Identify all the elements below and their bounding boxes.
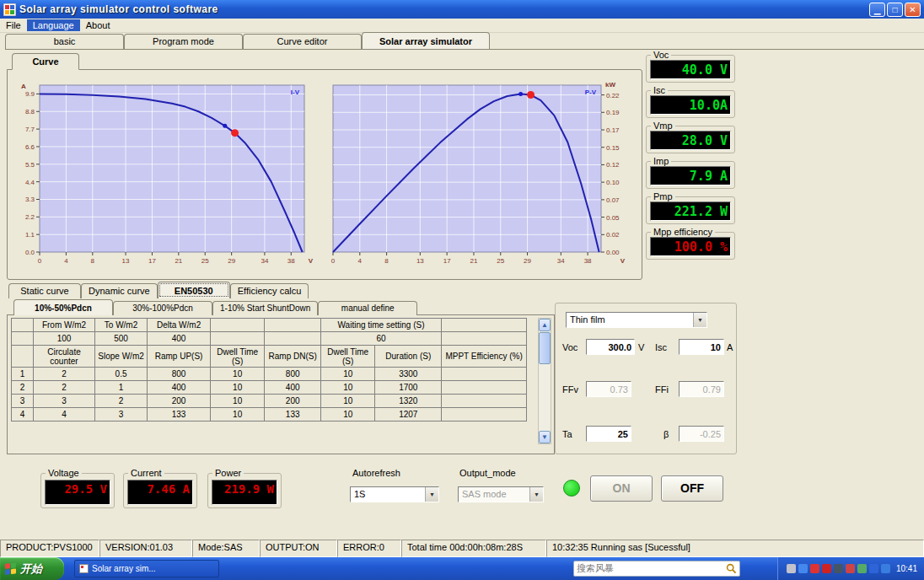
menu-bar: FileLanguageAbout xyxy=(0,19,924,33)
table-cell[interactable]: 200 xyxy=(265,395,321,408)
tab-curve[interactable]: Curve xyxy=(12,53,79,70)
innertab-1-10-start-shuntdown[interactable]: 1-10% Start ShuntDown xyxy=(212,301,318,315)
table-cell[interactable]: 2 xyxy=(34,368,95,381)
menu-item-about[interactable]: About xyxy=(80,19,116,31)
status-segment: Mode:SAS xyxy=(192,540,260,557)
table-cell[interactable]: 0.5 xyxy=(94,368,148,381)
table-cell[interactable] xyxy=(442,395,527,408)
tab-program-mode[interactable]: Program mode xyxy=(124,34,243,49)
scrollbar-thumb[interactable] xyxy=(539,332,551,364)
chevron-down-icon[interactable]: ▼ xyxy=(425,487,438,502)
taskbar-search-input[interactable]: 搜索风暴 xyxy=(573,561,740,577)
table-cell[interactable]: 400 xyxy=(148,381,211,395)
table-cell[interactable] xyxy=(442,408,527,422)
table-cell[interactable]: 10 xyxy=(210,368,265,381)
tab-basic[interactable]: basic xyxy=(5,34,124,49)
table-cell[interactable] xyxy=(265,332,321,346)
close-button[interactable]: ✕ xyxy=(905,3,921,17)
table-cell[interactable]: 3300 xyxy=(375,368,442,381)
table-cell[interactable]: 4 xyxy=(34,408,95,422)
table-cell[interactable]: 60 xyxy=(320,332,441,346)
table-cell[interactable]: 10 xyxy=(210,381,265,395)
start-button[interactable]: 开始 xyxy=(0,557,64,580)
table-cell[interactable]: 10 xyxy=(210,408,265,422)
windows-flag-icon xyxy=(5,562,17,575)
table-cell[interactable]: 133 xyxy=(148,408,211,422)
title-bar[interactable]: Solar array simulator control software ▁… xyxy=(0,0,924,19)
subtab-static-curve[interactable]: Static curve xyxy=(8,283,81,298)
table-row: 10050040060 xyxy=(12,332,527,346)
scroll-up-icon[interactable]: ▲ xyxy=(539,319,551,331)
meter-value: 7.46 A xyxy=(127,480,193,505)
readout-label: Imp xyxy=(651,156,671,166)
svg-text:0.05: 0.05 xyxy=(606,214,620,222)
table-cell[interactable] xyxy=(442,368,527,381)
module-type-select[interactable]: Thin film ▼ xyxy=(566,312,707,328)
chevron-down-icon[interactable]: ▼ xyxy=(693,313,706,327)
table-cell[interactable]: 800 xyxy=(148,368,211,381)
minimize-button[interactable]: ▁ xyxy=(869,3,885,17)
table-scrollbar[interactable]: ▲ ▼ xyxy=(538,318,551,444)
innertab-manual-define[interactable]: manual define xyxy=(318,301,417,315)
table-cell[interactable]: 1207 xyxy=(375,408,442,422)
table-cell[interactable] xyxy=(442,381,527,395)
table-cell[interactable]: 3 xyxy=(94,408,148,422)
tray-icon[interactable] xyxy=(798,564,808,573)
svg-text:P-V: P-V xyxy=(585,89,597,96)
scroll-down-icon[interactable]: ▼ xyxy=(539,431,551,443)
tray-icon[interactable] xyxy=(787,564,796,573)
tray-icon[interactable] xyxy=(881,564,890,573)
tray-icon[interactable] xyxy=(834,564,843,573)
meter-current: Current7.46 A xyxy=(123,473,197,508)
table-cell[interactable]: 10 xyxy=(320,408,375,422)
on-button[interactable]: ON xyxy=(590,475,653,502)
voc-input[interactable] xyxy=(586,339,635,355)
maximize-button[interactable]: □ xyxy=(887,3,903,17)
table-cell[interactable]: 10 xyxy=(320,395,375,408)
tray-icon[interactable] xyxy=(869,564,878,573)
svg-text:0.00: 0.00 xyxy=(606,249,620,256)
iv-chart: 04813172125293438V0.01.12.23.34.45.56.67… xyxy=(16,78,316,271)
table-cell[interactable]: 400 xyxy=(265,381,321,395)
table-cell[interactable]: 1320 xyxy=(375,395,442,408)
ta-input[interactable] xyxy=(586,426,631,442)
autorefresh-select[interactable]: 1S ▼ xyxy=(350,486,439,502)
subtab-efficiency-calcu[interactable]: Efficiency calcu xyxy=(230,283,309,298)
table-cell[interactable] xyxy=(210,332,265,346)
tray-icon[interactable] xyxy=(810,564,819,573)
table-cell[interactable]: 200 xyxy=(148,395,211,408)
readout-vmp: Vmp28.0 V xyxy=(646,126,735,153)
table-cell[interactable]: 133 xyxy=(265,408,321,422)
tray-icon[interactable] xyxy=(846,564,855,573)
subtab-en50530[interactable]: EN50530 xyxy=(158,282,230,298)
off-button[interactable]: OFF xyxy=(661,475,723,502)
innertab-30-100-pdcn[interactable]: 30%-100%Pdcn xyxy=(113,301,212,315)
table-cell[interactable]: 100 xyxy=(34,332,95,346)
table-cell[interactable]: 2 xyxy=(94,395,148,408)
table-cell[interactable]: 500 xyxy=(94,332,148,346)
subtab-dynamic-curve[interactable]: Dynamic curve xyxy=(81,283,158,298)
innertab-10-50-pdcn[interactable]: 10%-50%Pdcn xyxy=(13,299,113,315)
table-cell[interactable]: 400 xyxy=(148,332,211,346)
table-cell[interactable]: 10 xyxy=(320,381,375,395)
taskbar-task-solar-array[interactable]: Solar array sim... xyxy=(74,560,219,577)
isc-input[interactable] xyxy=(679,339,724,355)
table-cell[interactable]: 1 xyxy=(94,381,148,395)
tab-curve-editor[interactable]: Curve editor xyxy=(243,34,362,49)
tab-solar-array-simulator[interactable]: Solar array simulator xyxy=(362,32,490,49)
table-header-cell xyxy=(265,319,321,332)
tray-icon[interactable] xyxy=(822,564,831,573)
table-cell[interactable]: 2 xyxy=(34,381,95,395)
tray-icon[interactable] xyxy=(857,564,867,573)
menu-item-language[interactable]: Language xyxy=(27,19,80,31)
table-cell[interactable]: 10 xyxy=(210,395,265,408)
search-icon[interactable] xyxy=(726,563,737,574)
pv-chart: 04813172125293438V0.000.020.050.070.100.… xyxy=(328,78,628,271)
table-cell[interactable]: 3 xyxy=(34,395,95,408)
readout-label: Mpp efficiency xyxy=(651,227,715,237)
table-cell[interactable]: 10 xyxy=(320,368,375,381)
table-cell[interactable]: 1700 xyxy=(375,381,442,395)
table-cell[interactable]: 800 xyxy=(265,368,321,381)
table-cell[interactable] xyxy=(442,332,527,346)
menu-item-file[interactable]: File xyxy=(0,19,27,31)
